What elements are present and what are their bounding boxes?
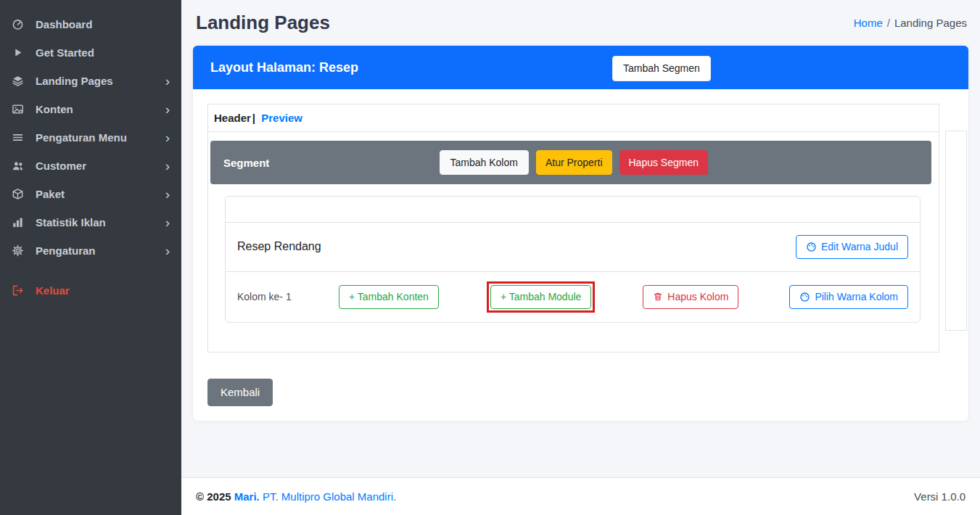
add-column-button[interactable]: Tambah Kolom xyxy=(440,150,529,176)
chevron-right-icon: › xyxy=(165,162,170,170)
breadcrumb-home-link[interactable]: Home xyxy=(854,17,883,29)
column-row: Kolom ke- 1 + Tambah Konten + Tambah Mod… xyxy=(226,271,920,322)
footer-year: © 2025 xyxy=(196,490,231,503)
chevron-right-icon: › xyxy=(165,105,170,114)
edit-title-color-button[interactable]: Edit Warna Judul xyxy=(796,235,908,259)
sidebar-item-label: Pengaturan Menu xyxy=(36,131,127,144)
breadcrumb-current: Landing Pages xyxy=(894,17,967,29)
add-segment-button[interactable]: Tambah Segmen xyxy=(612,56,711,81)
delete-column-button[interactable]: Hapus Kolom xyxy=(643,285,738,309)
sidebar-item-pengaturan[interactable]: Pengaturan › xyxy=(0,236,181,265)
chevron-right-icon: › xyxy=(165,133,170,142)
sidebar-item-dashboard[interactable]: Dashboard xyxy=(0,10,181,38)
tab-separator: | xyxy=(252,112,255,124)
list-icon xyxy=(12,131,29,144)
chevron-right-icon: › xyxy=(165,190,170,199)
logout-icon xyxy=(12,284,29,297)
set-properties-button[interactable]: Atur Properti xyxy=(536,150,612,176)
annotation-highlight: + Tambah Module xyxy=(487,281,595,313)
delete-segment-button[interactable]: Hapus Segmen xyxy=(619,150,709,176)
sidebar-item-landing-pages[interactable]: Landing Pages › xyxy=(0,67,181,95)
sidebar-item-label: Get Started xyxy=(36,46,94,59)
segment-panel-title-row: Resep Rendang Edit Warna Judul xyxy=(226,223,920,271)
layout-card-title: Layout Halaman: Resep xyxy=(210,60,358,75)
sidebar-item-label: Pengaturan xyxy=(36,244,96,257)
sidebar-item-label: Dashboard xyxy=(36,18,92,30)
footer-company: PT. Multipro Global Mandiri. xyxy=(263,490,396,503)
content-header: Landing Pages Home/Landing Pages xyxy=(181,0,980,41)
tab-body: Segment Tambah Kolom Atur Properti Hapus… xyxy=(208,132,939,352)
layers-icon xyxy=(12,75,29,87)
segment-actions: Tambah Kolom Atur Properti Hapus Segmen xyxy=(440,150,709,176)
sidebar-item-pengaturan-menu[interactable]: Pengaturan Menu › xyxy=(0,123,181,152)
chevron-right-icon: › xyxy=(165,247,170,255)
preview-link[interactable]: Preview xyxy=(261,112,302,124)
trash-icon xyxy=(653,292,663,302)
layout-card-header: Layout Halaman: Resep Tambah Segmen xyxy=(193,46,968,89)
segment-panel-strip xyxy=(226,197,920,223)
tab-header-label: Header xyxy=(214,112,251,124)
layout-card: Layout Halaman: Resep Tambah Segmen Head… xyxy=(193,46,968,421)
users-icon xyxy=(12,160,29,172)
layout-card-body: Header| Preview Segment Tambah Kolom Atu… xyxy=(193,89,968,421)
sidebar-item-logout[interactable]: Keluar xyxy=(0,276,181,305)
empty-side-column xyxy=(945,131,967,331)
box-icon xyxy=(12,188,29,200)
breadcrumb: Home/Landing Pages xyxy=(854,17,967,29)
chevron-right-icon: › xyxy=(165,77,170,86)
segment-editor-box: Header| Preview Segment Tambah Kolom Atu… xyxy=(207,104,939,353)
dashboard-icon xyxy=(12,18,29,30)
sidebar-item-customer[interactable]: Customer › xyxy=(0,152,181,180)
add-content-button[interactable]: + Tambah Konten xyxy=(339,285,439,309)
pick-column-color-button[interactable]: Pilih Warna Kolom xyxy=(789,285,908,309)
back-button[interactable]: Kembali xyxy=(207,379,273,406)
sidebar-item-statistik-iklan[interactable]: Statistik Iklan › xyxy=(0,208,181,236)
segment-bar: Segment Tambah Kolom Atur Properti Hapus… xyxy=(210,141,931,184)
footer-copyright: © 2025 Mari. PT. Multipro Global Mandiri… xyxy=(196,490,396,503)
footer-brand: Mari. xyxy=(234,490,260,503)
footer: © 2025 Mari. PT. Multipro Global Mandiri… xyxy=(181,477,980,515)
page-title: Landing Pages xyxy=(196,12,330,34)
palette-icon xyxy=(799,292,810,302)
sidebar: Dashboard Get Started Landing Pages › Ko… xyxy=(0,0,181,515)
column-label: Kolom ke- 1 xyxy=(237,291,295,302)
sidebar-item-label: Konten xyxy=(36,103,73,115)
sidebar-item-label: Keluar xyxy=(36,284,70,297)
chevron-right-icon: › xyxy=(165,218,170,227)
play-icon xyxy=(12,46,29,59)
sidebar-item-label: Landing Pages xyxy=(36,75,113,87)
sidebar-item-paket[interactable]: Paket › xyxy=(0,180,181,208)
add-module-button[interactable]: + Tambah Module xyxy=(490,285,591,309)
segment-panel-title: Resep Rendang xyxy=(237,240,321,253)
tab-header: Header| Preview xyxy=(208,104,939,132)
segment-panel: Resep Rendang Edit Warna Judul xyxy=(225,196,921,323)
app: Dashboard Get Started Landing Pages › Ko… xyxy=(0,0,980,515)
gear-icon xyxy=(12,244,29,257)
segment-title: Segment xyxy=(223,157,269,169)
palette-icon xyxy=(806,242,817,252)
sidebar-item-label: Statistik Iklan xyxy=(36,216,106,228)
sidebar-item-label: Customer xyxy=(36,160,86,172)
main-content: Landing Pages Home/Landing Pages Layout … xyxy=(181,0,980,515)
breadcrumb-separator: / xyxy=(887,17,890,29)
sidebar-item-label: Paket xyxy=(36,188,65,200)
sidebar-item-konten[interactable]: Konten › xyxy=(0,95,181,123)
sidebar-item-get-started[interactable]: Get Started xyxy=(0,38,181,67)
bar-chart-icon xyxy=(12,216,29,228)
image-icon xyxy=(12,103,29,115)
footer-version: Versi 1.0.0 xyxy=(914,490,965,503)
